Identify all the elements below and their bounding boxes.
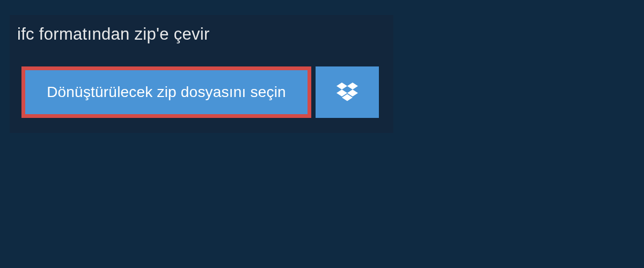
svg-marker-1 xyxy=(347,83,358,90)
panel-title: ifc formatından zip'e çevir xyxy=(10,15,226,54)
file-select-button[interactable]: Dönüştürülecek zip dosyasını seçin xyxy=(21,66,311,118)
file-select-label: Dönüştürülecek zip dosyasını seçin xyxy=(47,84,286,101)
upload-row: Dönüştürülecek zip dosyasını seçin xyxy=(10,54,393,133)
dropbox-button[interactable] xyxy=(316,66,379,118)
converter-panel: ifc formatından zip'e çevir Dönüştürülec… xyxy=(10,15,393,133)
dropbox-icon xyxy=(336,83,358,102)
svg-marker-0 xyxy=(336,83,347,90)
